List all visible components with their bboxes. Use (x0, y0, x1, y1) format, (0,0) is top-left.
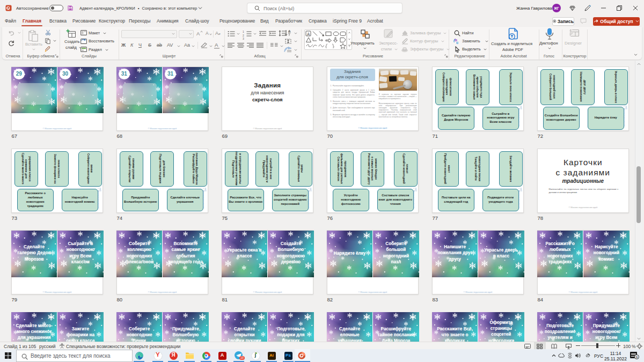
svg-text:А: А (288, 29, 291, 33)
svg-text:A: A (307, 32, 310, 36)
svg-text:c: c (456, 40, 459, 45)
